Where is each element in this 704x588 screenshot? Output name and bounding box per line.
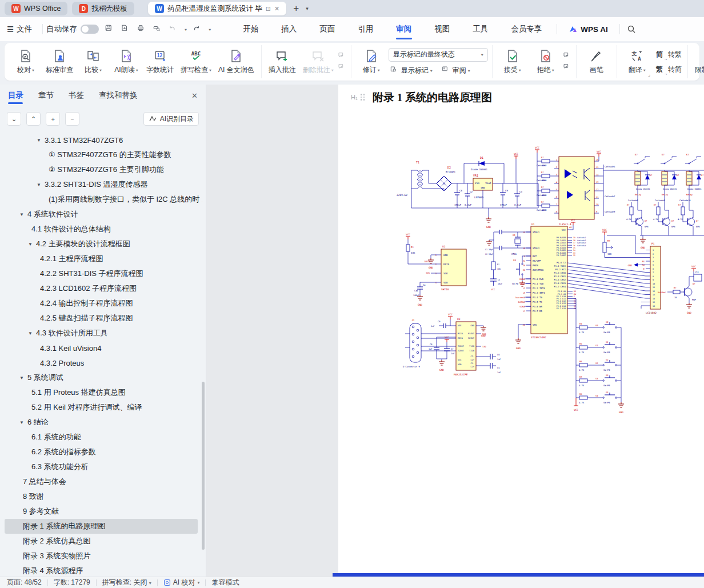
previous-comment-button[interactable] [338, 51, 347, 61]
redo-button[interactable] [193, 24, 203, 34]
file-menu[interactable]: ☰ 文件 [0, 24, 39, 34]
next-comment-button[interactable] [338, 63, 347, 72]
delete-comment-button[interactable]: 删除批注▾ [300, 47, 337, 77]
toc-item[interactable]: 4.3.2 Proteus [0, 355, 202, 370]
toc-item[interactable]: ▼5 系统调试 [0, 370, 202, 385]
toc-item[interactable]: 8 致谢 [0, 489, 202, 504]
toc-expand-icon[interactable]: ▼ [19, 420, 24, 425]
traditional-to-simplified-button[interactable]: 繁 转简 [654, 64, 683, 75]
save-button[interactable] [105, 24, 115, 34]
ai-proofread-status[interactable]: AI 校对 ▾ [163, 578, 200, 587]
toc-item[interactable]: 附录 3 系统实物照片 [0, 549, 202, 563]
reviewer-button[interactable]: 审阅▾ [440, 65, 472, 76]
toc-item[interactable]: 7 总结与体会 [0, 474, 202, 489]
markup-state-dropdown[interactable]: 显示标记的最终状态▾ [389, 48, 488, 62]
collapse-all-button[interactable]: ⌄ [7, 112, 21, 126]
ai-polish-button[interactable]: AI 全文润色 [215, 47, 257, 77]
page-indicator[interactable]: 页面: 48/52 [7, 578, 42, 587]
toc-item[interactable]: 4.2.1 主程序流程图 [0, 251, 202, 266]
toc-item[interactable]: ② STM32F407ZGT6 主要引脚功能 [0, 162, 202, 177]
menu-item-视图[interactable]: 视图 [423, 18, 461, 41]
sidebar-scrollbar-thumb[interactable] [202, 382, 205, 550]
next-change-button[interactable] [563, 63, 572, 72]
expand-all-button[interactable]: ⌃ [26, 112, 41, 126]
previous-change-button[interactable] [563, 51, 572, 61]
tab-docer-templates[interactable]: D 找稻壳模板 [72, 2, 134, 15]
toc-item[interactable]: ▼3.3.2 SHT31-DIS 温湿度传感器 [0, 177, 202, 192]
search-icon[interactable] [627, 25, 636, 34]
simplified-to-traditional-button[interactable]: 简 转繁 [654, 49, 683, 60]
reject-button[interactable]: 拒绝▾ [530, 47, 562, 77]
menu-item-审阅[interactable]: 审阅 [385, 18, 423, 41]
autosave-toggle[interactable] [81, 25, 99, 34]
zoom-in-toc-button[interactable]: ＋ [46, 112, 60, 126]
toc-item[interactable]: (1)采用两线制数字接口，类似于 I2C 总线的时 ... [0, 192, 202, 207]
toc-item[interactable]: 6.1 系统的功能 [0, 430, 202, 445]
word-count-button[interactable]: 12 字数统计 [143, 47, 177, 77]
undo-button[interactable] [169, 24, 179, 34]
toc-item[interactable]: 6.2 系统的指标参数 [0, 445, 202, 459]
toc-expand-icon[interactable]: ▼ [28, 331, 33, 336]
toc-item[interactable]: 附录 2 系统仿真总图 [0, 534, 202, 549]
menu-item-页面[interactable]: 页面 [308, 18, 346, 41]
sidebar-tab-查找和替换[interactable]: 查找和替换 [99, 85, 138, 106]
toc-item[interactable]: ▼6 结论 [0, 415, 202, 430]
drag-handle-icon[interactable] [361, 94, 365, 101]
toc-item[interactable]: 附录 4 系统源程序 [0, 563, 202, 577]
close-tab-icon[interactable]: ✕ [274, 5, 279, 13]
show-markup-button[interactable]: 显示标记▾ [389, 65, 434, 76]
toc-item[interactable]: 4.2.5 键盘扫描子程序流程图 [0, 311, 202, 326]
toc-item[interactable]: 附录 1 系统的电路原理图 [5, 519, 198, 534]
menu-item-引用[interactable]: 引用 [346, 18, 385, 41]
zoom-out-toc-button[interactable]: － [65, 112, 79, 126]
spell-check-status[interactable]: 拼写检查: 关闭 ▾ [102, 578, 151, 587]
menu-item-开始[interactable]: 开始 [231, 18, 270, 41]
toc-item[interactable]: ① STM32F407ZGT6 的主要性能参数 [0, 147, 202, 162]
track-changes-button[interactable]: 修订▾ [355, 47, 387, 77]
print-button[interactable] [137, 24, 147, 34]
sidebar-tab-章节[interactable]: 章节 [38, 85, 54, 106]
toc-item[interactable]: ▼3.3.1 STM32F407ZGT6 [0, 133, 202, 147]
toc-item[interactable]: 4.3.1 Keil uVision4 [0, 341, 202, 355]
ai-read-button[interactable]: AI朗读▾ [110, 47, 142, 77]
toc-item[interactable]: ▼4 系统软件设计 [0, 207, 202, 222]
undo-caret-icon[interactable]: ▾ [185, 27, 187, 31]
tab-list-caret-icon[interactable]: ▾ [306, 6, 309, 11]
toc-expand-icon[interactable]: ▼ [19, 375, 24, 381]
pen-button[interactable]: 画笔 [581, 47, 613, 77]
menu-item-工具[interactable]: 工具 [461, 18, 499, 41]
compare-button[interactable]: 比较▾ [77, 47, 109, 77]
toc-item[interactable]: 4.1 软件设计的总体结构 [0, 222, 202, 237]
wps-ai-button[interactable]: WPS AI [561, 25, 616, 34]
heading-gizmo[interactable]: H₁ [351, 94, 365, 101]
new-tab-button[interactable]: + [291, 3, 301, 14]
redo-caret-icon[interactable]: ▾ [209, 27, 211, 31]
document-page[interactable]: H₁ 附录 1 系统的电路原理图 VCCGNDT1220V~6VD2Bridge… [338, 85, 704, 573]
accept-button[interactable]: 接受▾ [497, 47, 529, 77]
toc-expand-icon[interactable]: ▼ [19, 212, 24, 217]
toc-item[interactable]: 5.1 用 Proteus 搭建仿真总图 [0, 385, 202, 400]
word-count-indicator[interactable]: 字数: 17279 [54, 578, 90, 587]
close-sidebar-icon[interactable]: ✕ [191, 91, 198, 100]
proofread-button[interactable]: 校对▾ [10, 47, 42, 77]
menu-item-会员专享[interactable]: 会员专享 [499, 18, 553, 41]
toc-item[interactable]: 4.2.4 输出控制子程序流程图 [0, 296, 202, 311]
standard-review-button[interactable]: 标准审查 [43, 47, 76, 77]
insert-comment-button[interactable]: 插入批注 [266, 47, 299, 77]
toc-expand-icon[interactable]: ▼ [37, 138, 41, 143]
sidebar-tab-书签[interactable]: 书签 [69, 85, 84, 106]
toc-item[interactable]: ▼4.3 软件设计所用工具 [0, 326, 202, 341]
toc-item[interactable]: 4.2.3 LCD1602 子程序流程图 [0, 281, 202, 296]
toc-item[interactable]: ▼4.2 主要模块的设计流程框图 [0, 237, 202, 251]
toc-item[interactable]: 6.3 系统功能分析 [0, 459, 202, 474]
menu-item-插入[interactable]: 插入 [270, 18, 308, 41]
spell-check-button[interactable]: ABC 拼写检查▾ [178, 47, 214, 77]
restrict-editing-button[interactable]: 限制编辑 [692, 47, 704, 77]
toc-expand-icon[interactable]: ▼ [28, 242, 33, 247]
print-preview-button[interactable] [153, 24, 163, 34]
ai-recognize-toc-button[interactable]: AI识别目录 [143, 112, 199, 126]
toc-expand-icon[interactable]: ▼ [37, 182, 41, 187]
toc-item[interactable]: 9 参考文献 [0, 504, 202, 519]
tab-wps-office[interactable]: W WPS Office [5, 2, 67, 15]
tab-document[interactable]: W 药品柜温湿度监测系统设计 毕 ⊡ ✕ [148, 2, 286, 15]
